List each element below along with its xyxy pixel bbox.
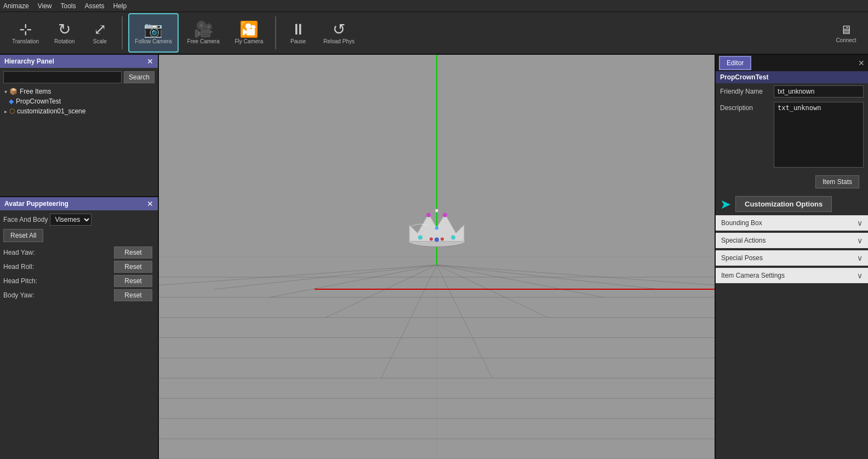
friendly-name-label: Friendly Name [720, 85, 769, 95]
svg-point-29 [443, 213, 447, 217]
hierarchy-title: Hierarchy Panel [4, 58, 54, 65]
hierarchy-close-button[interactable]: ✕ [147, 57, 153, 66]
description-textarea[interactable]: txt_unknown [774, 102, 864, 168]
item-camera-settings-section[interactable]: Item Camera Settings ∨ [716, 268, 868, 283]
head-yaw-row: Head Yaw: Reset [3, 245, 152, 260]
menu-help[interactable]: Help [113, 2, 127, 10]
editor-tab-button[interactable]: Editor [719, 56, 751, 70]
connect-button[interactable]: 🖥 Connect [830, 21, 863, 45]
free-camera-button[interactable]: 🎥 Free Camera [181, 13, 226, 53]
prop-crown-title: PropCrownTest [716, 71, 868, 83]
tree-item-prop-crown[interactable]: ◆ PropCrownTest [0, 96, 158, 106]
bounding-box-section[interactable]: Bounding Box ∨ [716, 215, 868, 231]
translation-button[interactable]: ⊹ Translation [5, 13, 45, 53]
left-panel: Hierarchy Panel ✕ Search ▾ 📦 Free Items … [0, 55, 159, 459]
editor-close-button[interactable]: ✕ [858, 59, 865, 67]
special-poses-label: Special Poses [721, 254, 763, 262]
face-body-label: Face And Body [3, 216, 48, 223]
special-poses-section[interactable]: Special Poses ∨ [716, 250, 868, 266]
special-actions-section[interactable]: Special Actions ∨ [716, 233, 868, 248]
head-roll-label: Head Roll: [3, 263, 47, 271]
head-yaw-reset-button[interactable]: Reset [114, 246, 152, 259]
rotation-icon: ↻ [58, 22, 71, 37]
reload-phys-button[interactable]: ↺ Reload Phys [317, 13, 361, 53]
crown-model [401, 203, 472, 254]
reload-phys-icon: ↺ [333, 22, 345, 37]
scale-button[interactable]: ⤢ Scale [83, 13, 116, 53]
hierarchy-panel-header: Hierarchy Panel ✕ [0, 55, 158, 68]
special-actions-label: Special Actions [721, 237, 766, 244]
free-items-icon: 📦 [9, 88, 18, 95]
hierarchy-search-button[interactable]: Search [124, 71, 155, 83]
scale-label: Scale [93, 38, 107, 44]
viewport-grid [159, 55, 715, 459]
puppeteering-header: Avatar Puppeteering ✕ [0, 197, 158, 210]
head-pitch-row: Head Pitch: Reset [3, 274, 152, 288]
svg-point-27 [426, 213, 431, 217]
description-row: Description txt_unknown [716, 100, 868, 170]
puppeteering-close-button[interactable]: ✕ [147, 199, 153, 208]
head-pitch-reset-button[interactable]: Reset [114, 275, 152, 287]
svg-point-35 [435, 209, 438, 213]
crown-svg [401, 203, 472, 253]
svg-point-32 [435, 238, 439, 242]
viewport[interactable] [159, 55, 715, 459]
tree-item-customization[interactable]: ▸ ⬡ customization01_scene [0, 106, 158, 116]
body-yaw-label: Body Yaw: [3, 291, 47, 299]
friendly-name-row: Friendly Name [716, 83, 868, 100]
hierarchy-search-bar: Search [0, 68, 158, 87]
main-area: Hierarchy Panel ✕ Search ▾ 📦 Free Items … [0, 55, 868, 459]
tree-item-free-items[interactable]: ▾ 📦 Free Items [0, 87, 158, 96]
pause-button[interactable]: ⏸ Pause [282, 13, 315, 53]
customization-options-button[interactable]: Customization Options [735, 196, 832, 212]
prop-crown-icon: ◆ [9, 97, 14, 105]
special-actions-chevron: ∨ [857, 236, 863, 245]
translation-icon: ⊹ [19, 22, 32, 37]
editor-panel: Editor ✕ PropCrownTest Friendly Name Des… [715, 55, 868, 459]
body-yaw-reset-button[interactable]: Reset [114, 289, 152, 301]
svg-point-34 [451, 236, 455, 240]
rotation-label: Rotation [54, 38, 75, 44]
svg-point-31 [430, 238, 433, 241]
translation-label: Translation [12, 38, 39, 44]
fly-camera-button[interactable]: 🎦 Fly Camera [229, 13, 270, 53]
editor-tab-bar: Editor ✕ [716, 55, 868, 71]
follow-camera-icon: 📷 [144, 22, 163, 37]
item-camera-settings-label: Item Camera Settings [721, 272, 785, 279]
head-roll-reset-button[interactable]: Reset [114, 261, 152, 273]
free-camera-label: Free Camera [187, 38, 220, 44]
menu-assets[interactable]: Assets [85, 2, 105, 10]
menu-view[interactable]: View [38, 2, 52, 10]
puppeteering-panel: Avatar Puppeteering ✕ Face And Body Vise… [0, 197, 158, 459]
visemes-select[interactable]: Visemes [50, 214, 92, 226]
follow-camera-button[interactable]: 📷 Follow Camera [128, 13, 178, 53]
head-yaw-label: Head Yaw: [3, 249, 47, 256]
cyan-arrow-icon: ➤ [720, 197, 731, 212]
puppeteering-title: Avatar Puppeteering [4, 200, 68, 208]
toolbar-separator-2 [275, 16, 276, 49]
rotation-button[interactable]: ↻ Rotation [48, 13, 81, 53]
hierarchy-search-input[interactable] [3, 71, 122, 83]
svg-point-33 [441, 238, 444, 241]
customization-label: customization01_scene [17, 107, 85, 115]
item-stats-button[interactable]: Item Stats [815, 175, 859, 188]
pause-icon: ⏸ [290, 22, 306, 37]
viewport-canvas [159, 55, 715, 459]
head-roll-row: Head Roll: Reset [3, 260, 152, 274]
menu-bar: Animaze View Tools Assets Help [0, 0, 868, 12]
puppet-controls: Head Yaw: Reset Head Roll: Reset Head Pi… [3, 245, 155, 455]
svg-point-28 [435, 227, 438, 230]
body-yaw-row: Body Yaw: Reset [3, 288, 152, 302]
free-items-label: Free Items [20, 88, 51, 95]
customization-icon: ⬡ [9, 107, 15, 115]
menu-animaze[interactable]: Animaze [3, 2, 29, 10]
follow-camera-label: Follow Camera [135, 38, 172, 44]
fly-camera-icon: 🎦 [239, 22, 259, 37]
friendly-name-input[interactable] [774, 85, 864, 97]
connect-label: Connect [836, 37, 856, 43]
menu-tools[interactable]: Tools [60, 2, 76, 10]
prop-crown-label: PropCrownTest [16, 97, 61, 105]
bounding-box-label: Bounding Box [721, 219, 762, 227]
reset-all-button[interactable]: Reset All [3, 229, 43, 242]
puppeteering-body: Face And Body Visemes Reset All Head Yaw… [0, 210, 158, 458]
